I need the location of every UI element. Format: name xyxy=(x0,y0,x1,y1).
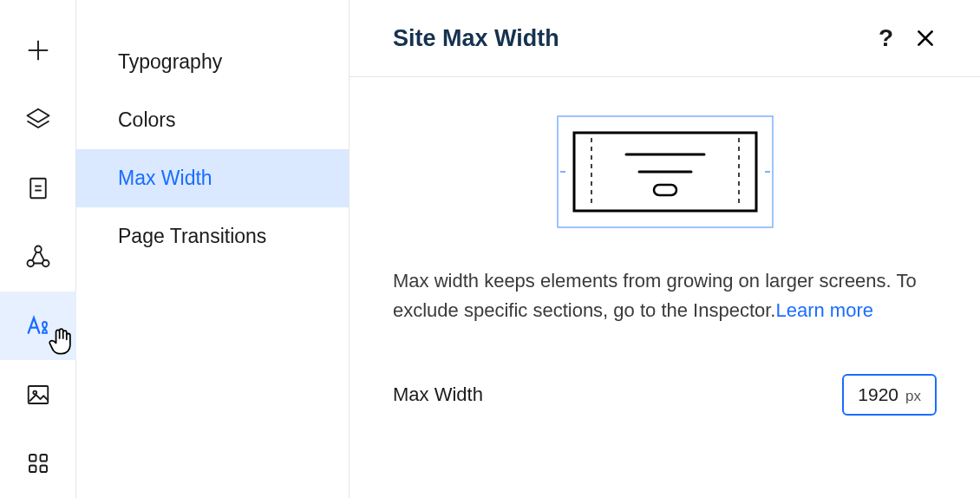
main-panel: Site Max Width ? Max width keeps element… xyxy=(350,0,980,498)
subnav-label: Colors xyxy=(118,108,175,131)
control-label: Max Width xyxy=(393,383,483,406)
max-width-control: Max Width 1920 px xyxy=(393,374,937,416)
subnav-page-transitions[interactable]: Page Transitions xyxy=(76,207,349,265)
apps-icon xyxy=(25,450,51,476)
svg-rect-13 xyxy=(29,466,36,473)
svg-rect-14 xyxy=(40,466,47,473)
max-width-diagram xyxy=(393,115,937,228)
panel-title: Site Max Width xyxy=(393,25,559,52)
icon-rail xyxy=(0,0,76,498)
svg-point-7 xyxy=(27,260,34,267)
subnav-label: Typography xyxy=(118,50,222,73)
rail-layers[interactable] xyxy=(0,84,76,153)
max-width-input[interactable]: 1920 px xyxy=(842,374,937,416)
svg-rect-9 xyxy=(28,386,48,403)
svg-rect-3 xyxy=(30,178,46,198)
panel-description: Max width keeps elements from growing on… xyxy=(393,266,937,325)
subnav-max-width[interactable]: Max Width xyxy=(76,149,349,207)
header-actions: ? xyxy=(879,24,937,52)
svg-point-6 xyxy=(35,246,42,252)
sub-nav: Typography Colors Max Width Page Transit… xyxy=(76,0,350,498)
close-icon[interactable] xyxy=(914,27,937,49)
svg-rect-11 xyxy=(29,455,36,462)
rail-add[interactable] xyxy=(0,16,76,84)
rail-apps[interactable] xyxy=(0,429,76,498)
svg-point-8 xyxy=(42,260,49,267)
plus-icon xyxy=(25,37,51,63)
panel-header: Site Max Width ? xyxy=(350,0,980,77)
subnav-label: Page Transitions xyxy=(118,225,266,247)
rail-typography[interactable] xyxy=(0,292,76,360)
subnav-colors[interactable]: Colors xyxy=(76,91,349,149)
width-unit: px xyxy=(905,388,921,405)
help-icon[interactable]: ? xyxy=(879,24,893,52)
connections-icon xyxy=(25,244,51,270)
panel-body: Max width keeps elements from growing on… xyxy=(350,77,980,416)
svg-rect-12 xyxy=(40,455,47,462)
subnav-typography[interactable]: Typography xyxy=(76,33,349,91)
image-icon xyxy=(25,382,51,408)
learn-more-link[interactable]: Learn more xyxy=(775,299,873,321)
typography-style-icon xyxy=(25,312,51,338)
rail-page[interactable] xyxy=(0,154,76,222)
layers-icon xyxy=(25,106,51,132)
width-value: 1920 xyxy=(858,384,898,405)
page-icon xyxy=(25,175,51,201)
subnav-label: Max Width xyxy=(118,167,212,189)
rail-image[interactable] xyxy=(0,360,76,429)
svg-rect-25 xyxy=(654,185,676,195)
svg-marker-2 xyxy=(27,109,49,122)
rail-connections[interactable] xyxy=(0,222,76,291)
